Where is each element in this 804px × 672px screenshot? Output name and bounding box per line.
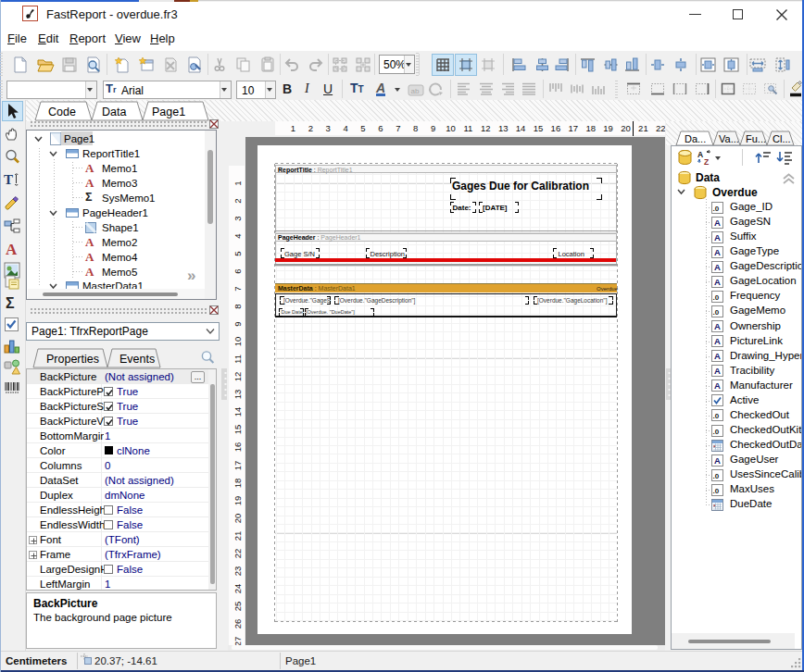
svg-text:.0: .0 (713, 471, 720, 479)
svg-text:Va...: Va... (719, 133, 739, 144)
svg-text:A: A (714, 455, 721, 466)
svg-text:Code: Code (48, 106, 76, 118)
svg-text:A: A (714, 366, 721, 376)
svg-text:Da...: Da... (685, 133, 706, 144)
svg-text:.0: .0 (713, 412, 720, 420)
svg-text:T: T (4, 172, 13, 187)
svg-text:A: A (714, 262, 721, 272)
svg-text:ab: ab (411, 87, 420, 95)
svg-text:A: A (714, 277, 721, 287)
svg-text:.0: .0 (713, 486, 720, 494)
svg-text:Fu...: Fu... (746, 133, 766, 144)
svg-text:A: A (714, 336, 721, 346)
svg-text:A: A (714, 351, 721, 361)
svg-text:A: A (714, 380, 721, 391)
svg-text:Properties: Properties (46, 353, 99, 366)
svg-text:.0: .0 (713, 204, 720, 212)
svg-text:A: A (714, 232, 721, 243)
svg-text:Events: Events (119, 353, 155, 366)
svg-text:Page1: Page1 (152, 106, 185, 118)
svg-text:.0: .0 (713, 292, 720, 301)
svg-text:A: A (714, 218, 721, 228)
svg-text:Cl...: Cl... (773, 133, 791, 144)
svg-text:.0: .0 (713, 307, 720, 316)
svg-text:.0: .0 (713, 427, 720, 435)
svg-text:Data: Data (102, 106, 126, 118)
svg-text:A: A (714, 247, 721, 257)
svg-text:A: A (714, 321, 721, 331)
